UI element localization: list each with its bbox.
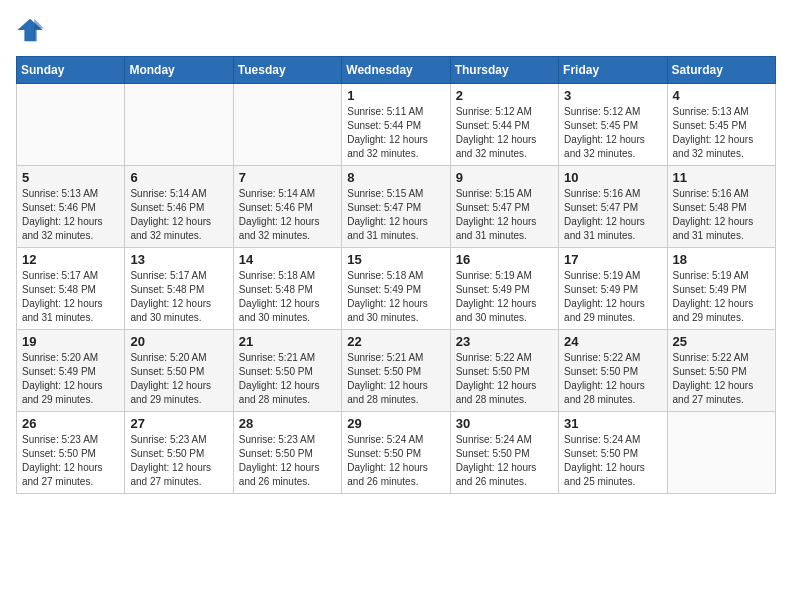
calendar-cell: 18Sunrise: 5:19 AM Sunset: 5:49 PM Dayli… [667,248,775,330]
calendar-week-row: 26Sunrise: 5:23 AM Sunset: 5:50 PM Dayli… [17,412,776,494]
day-info: Sunrise: 5:16 AM Sunset: 5:47 PM Dayligh… [564,187,661,243]
day-info: Sunrise: 5:17 AM Sunset: 5:48 PM Dayligh… [130,269,227,325]
calendar-week-row: 19Sunrise: 5:20 AM Sunset: 5:49 PM Dayli… [17,330,776,412]
calendar-body: 1Sunrise: 5:11 AM Sunset: 5:44 PM Daylig… [17,84,776,494]
calendar-cell: 31Sunrise: 5:24 AM Sunset: 5:50 PM Dayli… [559,412,667,494]
day-number: 31 [564,416,661,431]
day-number: 28 [239,416,336,431]
day-number: 7 [239,170,336,185]
calendar-cell: 19Sunrise: 5:20 AM Sunset: 5:49 PM Dayli… [17,330,125,412]
calendar-cell: 23Sunrise: 5:22 AM Sunset: 5:50 PM Dayli… [450,330,558,412]
calendar-cell: 30Sunrise: 5:24 AM Sunset: 5:50 PM Dayli… [450,412,558,494]
calendar-cell: 4Sunrise: 5:13 AM Sunset: 5:45 PM Daylig… [667,84,775,166]
day-number: 14 [239,252,336,267]
day-info: Sunrise: 5:14 AM Sunset: 5:46 PM Dayligh… [130,187,227,243]
weekday-header-tuesday: Tuesday [233,57,341,84]
day-number: 10 [564,170,661,185]
day-number: 1 [347,88,444,103]
page-header [16,16,776,44]
calendar-cell: 7Sunrise: 5:14 AM Sunset: 5:46 PM Daylig… [233,166,341,248]
day-info: Sunrise: 5:15 AM Sunset: 5:47 PM Dayligh… [347,187,444,243]
day-info: Sunrise: 5:20 AM Sunset: 5:49 PM Dayligh… [22,351,119,407]
day-number: 15 [347,252,444,267]
calendar-cell: 6Sunrise: 5:14 AM Sunset: 5:46 PM Daylig… [125,166,233,248]
day-info: Sunrise: 5:15 AM Sunset: 5:47 PM Dayligh… [456,187,553,243]
day-number: 24 [564,334,661,349]
calendar-cell: 9Sunrise: 5:15 AM Sunset: 5:47 PM Daylig… [450,166,558,248]
svg-marker-0 [17,19,42,41]
weekday-header-thursday: Thursday [450,57,558,84]
day-info: Sunrise: 5:17 AM Sunset: 5:48 PM Dayligh… [22,269,119,325]
day-number: 18 [673,252,770,267]
calendar-cell: 29Sunrise: 5:24 AM Sunset: 5:50 PM Dayli… [342,412,450,494]
weekday-header-saturday: Saturday [667,57,775,84]
weekday-header-monday: Monday [125,57,233,84]
calendar-cell: 1Sunrise: 5:11 AM Sunset: 5:44 PM Daylig… [342,84,450,166]
day-number: 17 [564,252,661,267]
calendar-cell [125,84,233,166]
weekday-header-sunday: Sunday [17,57,125,84]
day-number: 25 [673,334,770,349]
weekday-header-friday: Friday [559,57,667,84]
calendar-cell: 13Sunrise: 5:17 AM Sunset: 5:48 PM Dayli… [125,248,233,330]
calendar-cell: 3Sunrise: 5:12 AM Sunset: 5:45 PM Daylig… [559,84,667,166]
calendar-cell: 10Sunrise: 5:16 AM Sunset: 5:47 PM Dayli… [559,166,667,248]
day-info: Sunrise: 5:22 AM Sunset: 5:50 PM Dayligh… [456,351,553,407]
day-info: Sunrise: 5:23 AM Sunset: 5:50 PM Dayligh… [22,433,119,489]
weekday-header-wednesday: Wednesday [342,57,450,84]
day-number: 5 [22,170,119,185]
day-info: Sunrise: 5:12 AM Sunset: 5:44 PM Dayligh… [456,105,553,161]
calendar-cell: 14Sunrise: 5:18 AM Sunset: 5:48 PM Dayli… [233,248,341,330]
day-info: Sunrise: 5:11 AM Sunset: 5:44 PM Dayligh… [347,105,444,161]
day-info: Sunrise: 5:23 AM Sunset: 5:50 PM Dayligh… [130,433,227,489]
day-number: 16 [456,252,553,267]
day-number: 27 [130,416,227,431]
day-number: 29 [347,416,444,431]
day-number: 6 [130,170,227,185]
day-number: 3 [564,88,661,103]
day-number: 2 [456,88,553,103]
calendar-cell: 16Sunrise: 5:19 AM Sunset: 5:49 PM Dayli… [450,248,558,330]
day-info: Sunrise: 5:21 AM Sunset: 5:50 PM Dayligh… [347,351,444,407]
calendar-cell: 26Sunrise: 5:23 AM Sunset: 5:50 PM Dayli… [17,412,125,494]
day-info: Sunrise: 5:19 AM Sunset: 5:49 PM Dayligh… [673,269,770,325]
day-number: 22 [347,334,444,349]
day-info: Sunrise: 5:14 AM Sunset: 5:46 PM Dayligh… [239,187,336,243]
day-info: Sunrise: 5:24 AM Sunset: 5:50 PM Dayligh… [347,433,444,489]
calendar-cell: 8Sunrise: 5:15 AM Sunset: 5:47 PM Daylig… [342,166,450,248]
day-info: Sunrise: 5:18 AM Sunset: 5:49 PM Dayligh… [347,269,444,325]
day-number: 13 [130,252,227,267]
day-info: Sunrise: 5:24 AM Sunset: 5:50 PM Dayligh… [456,433,553,489]
day-info: Sunrise: 5:19 AM Sunset: 5:49 PM Dayligh… [456,269,553,325]
calendar-cell: 25Sunrise: 5:22 AM Sunset: 5:50 PM Dayli… [667,330,775,412]
logo-icon [16,16,44,44]
day-number: 11 [673,170,770,185]
day-info: Sunrise: 5:19 AM Sunset: 5:49 PM Dayligh… [564,269,661,325]
calendar-cell: 22Sunrise: 5:21 AM Sunset: 5:50 PM Dayli… [342,330,450,412]
calendar-header: SundayMondayTuesdayWednesdayThursdayFrid… [17,57,776,84]
calendar-table: SundayMondayTuesdayWednesdayThursdayFrid… [16,56,776,494]
day-number: 12 [22,252,119,267]
day-info: Sunrise: 5:22 AM Sunset: 5:50 PM Dayligh… [673,351,770,407]
day-info: Sunrise: 5:24 AM Sunset: 5:50 PM Dayligh… [564,433,661,489]
calendar-cell [233,84,341,166]
day-info: Sunrise: 5:23 AM Sunset: 5:50 PM Dayligh… [239,433,336,489]
day-info: Sunrise: 5:18 AM Sunset: 5:48 PM Dayligh… [239,269,336,325]
day-number: 23 [456,334,553,349]
calendar-week-row: 5Sunrise: 5:13 AM Sunset: 5:46 PM Daylig… [17,166,776,248]
calendar-cell: 20Sunrise: 5:20 AM Sunset: 5:50 PM Dayli… [125,330,233,412]
weekday-row: SundayMondayTuesdayWednesdayThursdayFrid… [17,57,776,84]
day-number: 30 [456,416,553,431]
calendar-cell: 17Sunrise: 5:19 AM Sunset: 5:49 PM Dayli… [559,248,667,330]
calendar-week-row: 1Sunrise: 5:11 AM Sunset: 5:44 PM Daylig… [17,84,776,166]
day-number: 9 [456,170,553,185]
calendar-cell: 15Sunrise: 5:18 AM Sunset: 5:49 PM Dayli… [342,248,450,330]
calendar-cell: 5Sunrise: 5:13 AM Sunset: 5:46 PM Daylig… [17,166,125,248]
calendar-week-row: 12Sunrise: 5:17 AM Sunset: 5:48 PM Dayli… [17,248,776,330]
day-number: 21 [239,334,336,349]
day-info: Sunrise: 5:16 AM Sunset: 5:48 PM Dayligh… [673,187,770,243]
calendar-cell: 24Sunrise: 5:22 AM Sunset: 5:50 PM Dayli… [559,330,667,412]
calendar-cell [17,84,125,166]
day-info: Sunrise: 5:21 AM Sunset: 5:50 PM Dayligh… [239,351,336,407]
calendar-cell: 12Sunrise: 5:17 AM Sunset: 5:48 PM Dayli… [17,248,125,330]
